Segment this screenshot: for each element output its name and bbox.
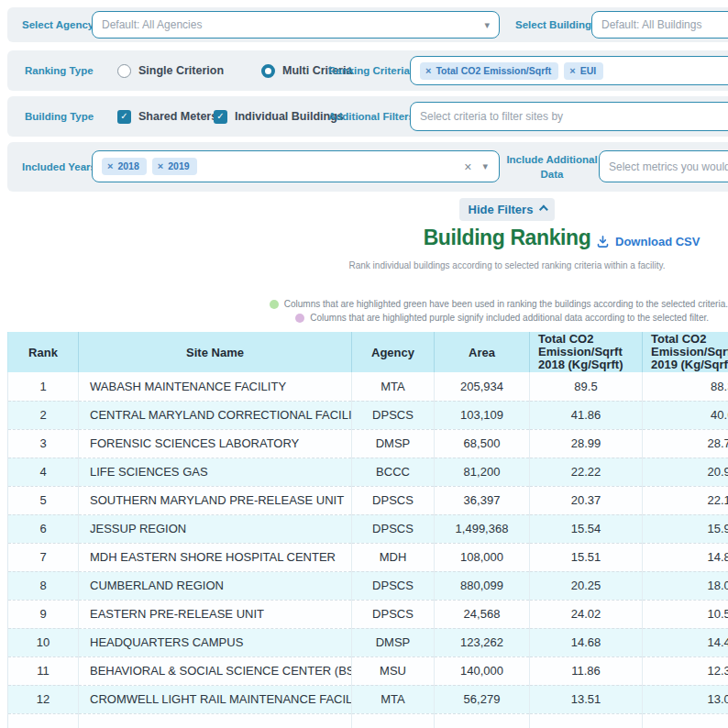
cell-site-name: HEADQUARTERS CAMPUS — [79, 628, 352, 656]
cell-rank: 6 — [8, 514, 79, 543]
include-additional-data-select[interactable] — [599, 150, 728, 182]
cell-agency: MTA — [352, 372, 435, 401]
chevron-down-icon[interactable]: ▾ — [482, 161, 488, 171]
ranking-type-label: Ranking Type — [25, 50, 94, 91]
cell-co2-2018: 15.54 — [530, 514, 643, 543]
hide-filters-button[interactable]: Hide Filters — [459, 198, 556, 221]
included-years-label: Included Years — [22, 142, 96, 192]
checkbox-shared-meters[interactable]: ✓ Shared Meters — [117, 96, 217, 137]
column-header-co2-2018[interactable]: Total CO2 Emission/Sqrft 2018 (Kg/Sqrft) — [530, 332, 643, 372]
column-header-area[interactable]: Area — [435, 332, 530, 372]
remove-tag-icon[interactable]: × — [107, 160, 113, 171]
radio-single-criterion[interactable]: Single Criterion — [117, 50, 224, 91]
cell-area — [435, 713, 530, 728]
remove-tag-icon[interactable]: × — [158, 160, 163, 171]
checkbox-individual-buildings-label[interactable]: Individual Buildings — [235, 110, 344, 123]
column-header-rank[interactable]: Rank — [8, 332, 79, 372]
cell-agency: DPSCS — [352, 600, 435, 628]
filter-bar-years: Included Years × 2018 × 2019 × ▾ Include… — [7, 142, 728, 192]
checkbox-checked-icon[interactable]: ✓ — [117, 110, 131, 124]
cell-rank: 11 — [8, 656, 79, 685]
include-additional-data-input[interactable] — [609, 160, 728, 173]
checkbox-shared-meters-label[interactable]: Shared Meters — [138, 110, 217, 123]
cell-rank: 7 — [8, 543, 79, 571]
table-row: 1 WABASH MAINTENANCE FACILITY MTA 205,93… — [8, 372, 728, 401]
cell-site-name: SOUTHERN MARYLAND PRE-RELEASE UNIT — [79, 486, 352, 514]
select-building-combobox[interactable] — [591, 11, 728, 39]
radio-selected-icon[interactable] — [261, 64, 275, 78]
legend-purple: Columns that are highlighted purple sign… — [295, 313, 709, 323]
tag-label: 2018 — [117, 160, 138, 171]
table-row: 7 MDH EASTERN SHORE HOSPITAL CENTER MDH … — [8, 543, 728, 571]
cell-agency: DMSP — [352, 628, 435, 656]
cell-area: 108,000 — [435, 543, 530, 571]
cell-agency: MDH — [352, 543, 435, 571]
cell-site-name: WABASH MAINTENANCE FACILITY — [79, 372, 352, 401]
table-row: 12 CROMWELL LIGHT RAIL MAINTENANCE FACIL… — [8, 685, 728, 713]
additional-filters-label: Additional Filters — [328, 96, 414, 137]
ranking-table: Rank Site Name Agency Area Total CO2 Emi… — [7, 332, 728, 728]
cell-area: 140,000 — [435, 656, 530, 685]
cell-site-name — [79, 713, 352, 728]
cell-co2-2018: 22.22 — [530, 458, 643, 486]
ranking-criteria-multiselect[interactable]: × Total CO2 Emission/Sqrft × EUI — [410, 56, 728, 85]
ranking-criteria-label: Ranking Criteria — [328, 50, 410, 91]
remove-tag-icon[interactable]: × — [425, 65, 431, 76]
select-agency-input[interactable] — [102, 18, 479, 31]
remove-tag-icon[interactable]: × — [569, 65, 575, 76]
included-years-multiselect[interactable]: × 2018 × 2019 × ▾ — [92, 150, 500, 182]
additional-filters-select[interactable] — [410, 102, 728, 131]
checkbox-checked-icon[interactable]: ✓ — [214, 110, 227, 124]
cell-co2-2018: 20.37 — [530, 486, 643, 514]
table-row — [8, 713, 728, 728]
clear-selection-icon[interactable]: × — [464, 160, 471, 173]
table-body: 1 WABASH MAINTENANCE FACILITY MTA 205,93… — [8, 372, 728, 728]
cell-co2-2019: 40.6 — [643, 401, 728, 429]
cell-area: 880,099 — [435, 571, 530, 600]
cell-site-name: CUMBERLAND REGION — [79, 571, 352, 600]
cell-rank: 12 — [8, 685, 79, 713]
cell-agency: DPSCS — [352, 514, 435, 543]
purple-dot-icon — [295, 314, 304, 323]
page-subtitle: Rank individual buildings according to s… — [349, 260, 666, 270]
cell-area: 103,109 — [435, 401, 530, 429]
cell-agency — [352, 713, 435, 728]
cell-co2-2018: 15.51 — [530, 543, 643, 571]
radio-icon[interactable] — [117, 64, 131, 78]
select-building-input[interactable] — [601, 18, 728, 31]
cell-rank: 8 — [8, 571, 79, 600]
cell-agency: DPSCS — [352, 486, 435, 514]
cell-area: 81,200 — [435, 458, 530, 486]
cell-co2-2019: 13.05 — [643, 685, 728, 713]
additional-filters-input[interactable] — [420, 110, 728, 123]
chevron-down-icon[interactable]: ▾ — [484, 20, 490, 30]
cell-co2-2019: 18.05 — [643, 571, 728, 600]
cell-co2-2018: 11.86 — [530, 656, 643, 685]
cell-co2-2018: 28.99 — [530, 429, 643, 458]
cell-area: 56,279 — [435, 685, 530, 713]
column-header-site-name[interactable]: Site Name — [79, 332, 352, 372]
cell-rank: 10 — [8, 628, 79, 656]
check-icon: ✓ — [216, 112, 224, 121]
legend-green-text: Columns that are highlighted green have … — [284, 299, 728, 309]
cell-co2-2018: 20.25 — [530, 571, 643, 600]
radio-single-criterion-label[interactable]: Single Criterion — [138, 64, 224, 77]
column-header-co2-2019[interactable]: Total CO2 Emission/Sqrft 2019 (Kg/Sqrft) — [643, 332, 728, 372]
checkbox-individual-buildings[interactable]: ✓ Individual Buildings — [214, 96, 344, 137]
cell-co2-2019: 22.18 — [643, 486, 728, 514]
cell-co2-2018: 24.02 — [530, 600, 643, 628]
app-root: Select Agency ▾ Select Building Ranking … — [0, 0, 728, 728]
cell-co2-2018: 41.86 — [530, 401, 643, 429]
select-agency-combobox[interactable]: ▾ — [92, 11, 500, 39]
column-header-agency[interactable]: Agency — [352, 332, 435, 372]
hide-filters-row: Hide Filters — [0, 198, 728, 221]
tag-eui: × EUI — [564, 62, 603, 80]
cell-agency: DMSP — [352, 429, 435, 458]
include-additional-data-label: Include Additional Data — [506, 142, 598, 192]
select-agency-label: Select Agency — [22, 7, 94, 42]
select-building-label: Select Building — [515, 7, 591, 42]
cell-co2-2018 — [530, 713, 643, 728]
cell-site-name: CROMWELL LIGHT RAIL MAINTENANCE FACILITY — [79, 685, 352, 713]
download-csv-button[interactable]: Download CSV — [596, 235, 700, 248]
cell-co2-2019 — [643, 713, 728, 728]
